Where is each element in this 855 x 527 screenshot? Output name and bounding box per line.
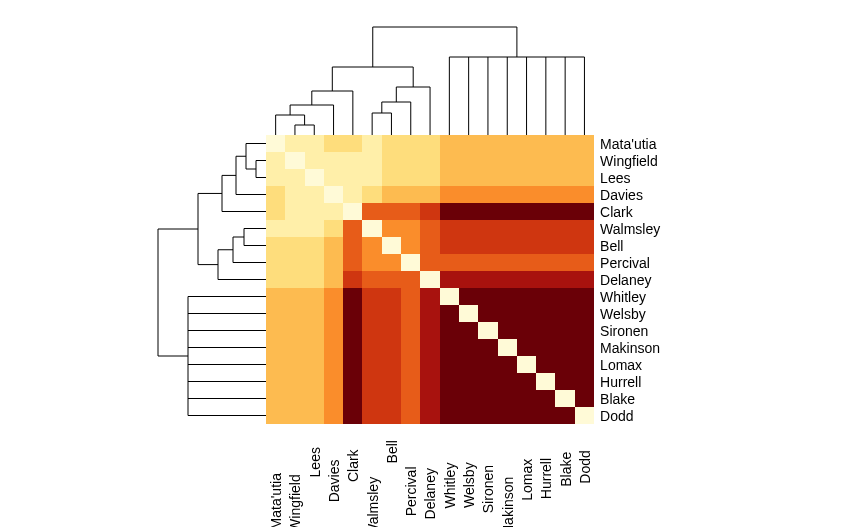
heatmap-cell [343, 356, 362, 373]
heatmap-cell [343, 169, 362, 186]
heatmap-cell [478, 169, 497, 186]
heatmap-cell [555, 288, 574, 305]
heatmap-cell [266, 237, 285, 254]
heatmap-cell [420, 305, 439, 322]
heatmap-cell [362, 339, 381, 356]
heatmap-cell [478, 152, 497, 169]
row-dendrogram [138, 135, 266, 424]
row-labels: Mata'utiaWingfieldLeesDaviesClarkWalmsle… [594, 135, 660, 424]
heatmap-cell [440, 322, 459, 339]
heatmap-cell [536, 254, 555, 271]
heatmap-cell [343, 152, 362, 169]
heatmap-cell [382, 152, 401, 169]
heatmap-cell [285, 322, 304, 339]
heatmap-cell [440, 305, 459, 322]
heatmap-cell [305, 203, 324, 220]
column-label: Bell [383, 438, 399, 463]
heatmap-cell [536, 305, 555, 322]
heatmap-cell [401, 288, 420, 305]
heatmap-cell [362, 322, 381, 339]
heatmap-cell [305, 305, 324, 322]
heatmap-cell [536, 339, 555, 356]
column-label: Lomax [519, 457, 535, 501]
heatmap-cell [575, 135, 594, 152]
heatmap-cell [305, 288, 324, 305]
heatmap-cell [285, 339, 304, 356]
heatmap-cell [324, 135, 343, 152]
heatmap-cell [305, 271, 324, 288]
heatmap-cell [517, 135, 536, 152]
heatmap-cell [382, 305, 401, 322]
heatmap-cell [420, 203, 439, 220]
heatmap-cell [324, 203, 343, 220]
column-labels: Mata'utiaWingfieldLeesDaviesClarkWalmsle… [266, 428, 594, 527]
column-label: Davies [326, 458, 342, 503]
heatmap-cell [324, 390, 343, 407]
heatmap-cell [266, 220, 285, 237]
heatmap-cell [478, 220, 497, 237]
heatmap-cell [536, 356, 555, 373]
column-label: Delaney [422, 466, 438, 519]
heatmap-cell [324, 339, 343, 356]
heatmap-cell [362, 288, 381, 305]
heatmap-cell [575, 203, 594, 220]
heatmap-cell [478, 390, 497, 407]
heatmap-cell [305, 135, 324, 152]
heatmap-cell [420, 220, 439, 237]
heatmap-cell [401, 322, 420, 339]
heatmap-cell [575, 152, 594, 169]
heatmap-cell [343, 220, 362, 237]
heatmap-cell [362, 390, 381, 407]
heatmap-cell [343, 254, 362, 271]
heatmap-cell [575, 220, 594, 237]
heatmap-cell [343, 288, 362, 305]
heatmap-cell [440, 186, 459, 203]
heatmap-cell [362, 373, 381, 390]
heatmap-cell [324, 152, 343, 169]
row-label: Welsby [594, 305, 660, 322]
heatmap-cell [362, 237, 381, 254]
heatmap-cell [555, 152, 574, 169]
heatmap-cell [343, 135, 362, 152]
heatmap-cell [362, 356, 381, 373]
heatmap-cell [401, 356, 420, 373]
heatmap-cell [266, 288, 285, 305]
heatmap-cell [498, 322, 517, 339]
heatmap-cell [324, 271, 343, 288]
row-label: Lees [594, 169, 660, 186]
heatmap-cell [440, 135, 459, 152]
heatmap-cell [343, 322, 362, 339]
heatmap-cell [324, 186, 343, 203]
heatmap-cell [305, 237, 324, 254]
heatmap-cell [440, 373, 459, 390]
heatmap-cell [266, 186, 285, 203]
heatmap-cell [305, 339, 324, 356]
heatmap-cell [517, 271, 536, 288]
heatmap-cell [401, 271, 420, 288]
heatmap-cell [266, 169, 285, 186]
heatmap-cell [362, 186, 381, 203]
heatmap-cell [285, 305, 304, 322]
heatmap-cell [478, 339, 497, 356]
heatmap-table [266, 135, 594, 424]
heatmap-cell [382, 322, 401, 339]
heatmap-cell [440, 271, 459, 288]
heatmap-cell [440, 237, 459, 254]
heatmap-cell [382, 271, 401, 288]
column-label: Whitley [441, 461, 457, 509]
heatmap-cell [478, 135, 497, 152]
heatmap-cell [478, 305, 497, 322]
heatmap-cell [401, 135, 420, 152]
row-label: Clark [594, 203, 660, 220]
row-label: Makinson [594, 339, 660, 356]
heatmap-cell [343, 271, 362, 288]
heatmap-cell [498, 288, 517, 305]
heatmap-cell [575, 271, 594, 288]
heatmap-cell [343, 237, 362, 254]
heatmap-cell [382, 203, 401, 220]
heatmap-cell [478, 322, 497, 339]
heatmap-cell [382, 254, 401, 271]
heatmap-cell [285, 186, 304, 203]
heatmap-cell [555, 169, 574, 186]
column-label: Wingfield [287, 472, 303, 527]
